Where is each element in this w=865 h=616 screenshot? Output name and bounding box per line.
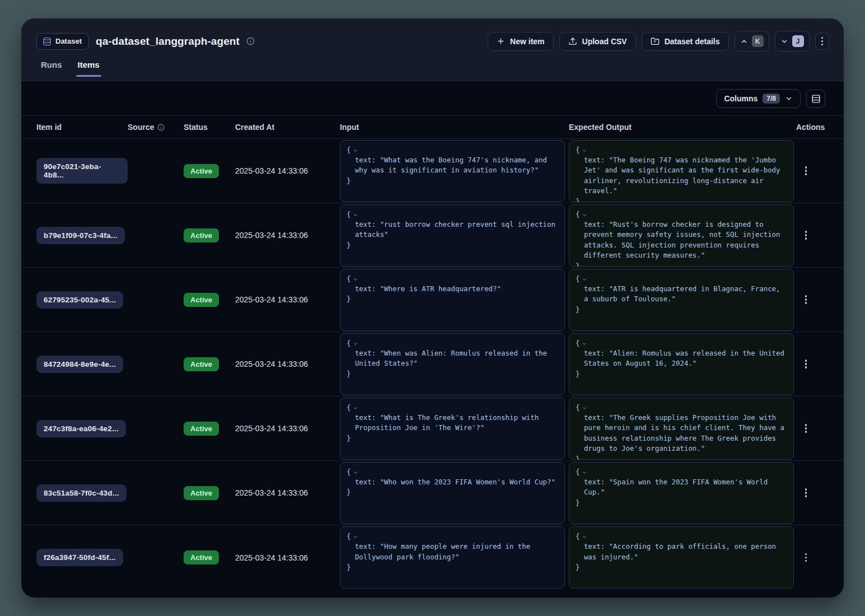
status-badge: Active: [184, 422, 219, 436]
title-info-icon[interactable]: [246, 37, 255, 45]
expected-output-text: text: "The Boeing 747 was nicknamed the …: [576, 155, 787, 197]
kebab-icon: [805, 295, 807, 304]
expected-output-json-preview[interactable]: { text: "According to park officials, on…: [569, 526, 794, 589]
row-actions-button[interactable]: [802, 163, 811, 179]
tab-runs[interactable]: Runs: [41, 60, 62, 77]
row-height-button[interactable]: [806, 90, 825, 108]
collapse-chevron-icon[interactable]: [353, 277, 358, 282]
status-cell: Active: [184, 357, 235, 371]
dataset-details-button[interactable]: Dataset details: [642, 32, 729, 51]
collapse-chevron-icon[interactable]: [582, 470, 587, 475]
item-id-badge[interactable]: 90e7c021-3eba-4b8...: [36, 158, 128, 184]
column-header-source[interactable]: Source: [128, 123, 184, 132]
collapse-chevron-icon[interactable]: [582, 277, 587, 282]
row-actions-button[interactable]: [802, 292, 811, 307]
table-row[interactable]: f26a3947-50fd-45f... Active 2025-03-24 1…: [21, 525, 844, 590]
table-row[interactable]: 247c3f8a-ea06-4e2... Active 2025-03-24 1…: [21, 396, 844, 461]
column-header-expected-output[interactable]: Expected Output: [569, 123, 796, 132]
collapse-chevron-icon[interactable]: [353, 341, 358, 347]
input-json-preview[interactable]: { text: "How many people were injured in…: [340, 526, 565, 589]
collapse-chevron-icon[interactable]: [353, 470, 358, 475]
close-brace: }: [576, 562, 787, 572]
expected-output-json-preview[interactable]: { text: "Spain won the 2023 FIFA Women's…: [569, 462, 794, 524]
close-brace: }: [347, 240, 558, 250]
next-item-button[interactable]: J: [775, 31, 810, 52]
collapse-chevron-icon[interactable]: [582, 534, 587, 540]
table-row[interactable]: 62795235-002a-45... Active 2025-03-24 14…: [21, 268, 844, 332]
table-row[interactable]: 84724984-8e9e-4e... Active 2025-03-24 14…: [21, 332, 844, 396]
row-actions-button[interactable]: [802, 550, 811, 566]
collapse-chevron-icon[interactable]: [582, 341, 587, 347]
expected-output-json-preview[interactable]: { text: "Alien: Romulus was released in …: [569, 333, 794, 395]
expected-output-json-preview[interactable]: { text: "The Boeing 747 was nicknamed th…: [569, 140, 794, 202]
table-row[interactable]: 90e7c021-3eba-4b8... Active 2025-03-24 1…: [21, 139, 844, 203]
row-actions-button[interactable]: [802, 421, 811, 436]
collapse-chevron-icon[interactable]: [582, 212, 587, 218]
table-row[interactable]: b79e1f09-07c3-4fa... Active 2025-03-24 1…: [21, 203, 844, 268]
input-json-preview[interactable]: { text: "What was the Boeing 747's nickn…: [340, 140, 565, 202]
expected-output-json-preview[interactable]: { text: "ATR is headquartered in Blagnac…: [569, 269, 794, 331]
tab-items[interactable]: Items: [78, 60, 100, 77]
close-brace: }: [347, 562, 558, 572]
input-text: text: "What is The Greek's relationship …: [347, 413, 558, 433]
created-at-cell: 2025-03-24 14:33:06: [235, 166, 340, 175]
item-id-badge[interactable]: 62795235-002a-45...: [36, 291, 123, 309]
open-brace: {: [576, 338, 579, 348]
open-brace: {: [576, 145, 579, 155]
close-brace: }: [576, 261, 787, 267]
input-json-preview[interactable]: { text: "What is The Greek's relationshi…: [340, 398, 565, 460]
column-header-created-at[interactable]: Created At: [235, 123, 340, 132]
item-id-badge[interactable]: 83c51a58-7f0c-43d...: [36, 484, 127, 502]
input-text: text: "Where is ATR headquartered?": [347, 284, 558, 294]
item-id-badge[interactable]: b79e1f09-07c3-4fa...: [36, 227, 125, 244]
input-text: text: "rust borrow checker prevent sql i…: [347, 220, 558, 240]
input-cell: { text: "How many people were injured in…: [340, 525, 569, 590]
open-brace: {: [347, 467, 350, 477]
upload-csv-button[interactable]: Upload CSV: [559, 32, 636, 51]
row-actions-button[interactable]: [802, 227, 811, 243]
expected-output-cell: { text: "ATR is headquartered in Blagnac…: [569, 268, 796, 332]
collapse-chevron-icon[interactable]: [353, 148, 358, 153]
row-actions-button[interactable]: [802, 356, 811, 372]
item-id-badge[interactable]: 247c3f8a-ea06-4e2...: [36, 420, 126, 437]
status-badge: Active: [184, 293, 219, 307]
collapse-chevron-icon[interactable]: [353, 405, 358, 411]
created-at-cell: 2025-03-24 14:33:06: [235, 424, 340, 433]
column-header-item-id[interactable]: Item id: [36, 123, 128, 132]
input-json-preview[interactable]: { text: "Who won the 2023 FIFA Women's W…: [340, 462, 565, 524]
expected-output-json-preview[interactable]: { text: "The Greek supplies Proposition …: [569, 398, 794, 460]
column-header-status[interactable]: Status: [184, 123, 235, 132]
input-json-preview[interactable]: { text: "Where is ATR headquartered?" }: [340, 269, 565, 331]
row-actions-button[interactable]: [802, 485, 811, 501]
header-more-actions-button[interactable]: [815, 32, 830, 50]
actions-cell: [796, 292, 826, 307]
open-brace: {: [576, 403, 579, 413]
page-title: qa-dataset_langgraph-agent: [96, 35, 240, 48]
collapse-chevron-icon[interactable]: [353, 212, 358, 218]
expected-output-json-preview[interactable]: { text: "Rust's borrow checker is design…: [569, 204, 794, 267]
open-brace: {: [347, 145, 350, 155]
close-brace: }: [576, 369, 787, 379]
collapse-chevron-icon[interactable]: [582, 148, 587, 153]
actions-cell: [796, 356, 826, 372]
input-cell: { text: "What was the Boeing 747's nickn…: [340, 139, 569, 203]
collapse-chevron-icon[interactable]: [353, 534, 358, 540]
item-id-cell: 90e7c021-3eba-4b8...: [36, 158, 128, 184]
item-id-badge[interactable]: f26a3947-50fd-45f...: [36, 549, 123, 566]
table-row[interactable]: 83c51a58-7f0c-43d... Active 2025-03-24 1…: [21, 461, 844, 525]
column-header-input[interactable]: Input: [340, 123, 569, 132]
collapse-chevron-icon[interactable]: [582, 405, 587, 411]
previous-item-button[interactable]: K: [735, 31, 769, 52]
actions-cell: [796, 550, 826, 566]
source-info-icon[interactable]: [157, 124, 165, 131]
open-brace: {: [347, 209, 350, 220]
input-cell: { text: "When was Alien: Romulus release…: [340, 332, 569, 396]
columns-button[interactable]: Columns 7/8: [716, 89, 801, 108]
expected-output-text: text: "Spain won the 2023 FIFA Women's W…: [576, 477, 787, 498]
input-json-preview[interactable]: { text: "rust borrow checker prevent sql…: [340, 204, 565, 267]
created-at-cell: 2025-03-24 14:33:06: [235, 360, 340, 368]
input-json-preview[interactable]: { text: "When was Alien: Romulus release…: [340, 333, 565, 395]
new-item-button[interactable]: New item: [488, 32, 553, 51]
item-id-badge[interactable]: 84724984-8e9e-4e...: [36, 356, 123, 373]
dataset-type-chip[interactable]: Dataset: [36, 33, 89, 50]
